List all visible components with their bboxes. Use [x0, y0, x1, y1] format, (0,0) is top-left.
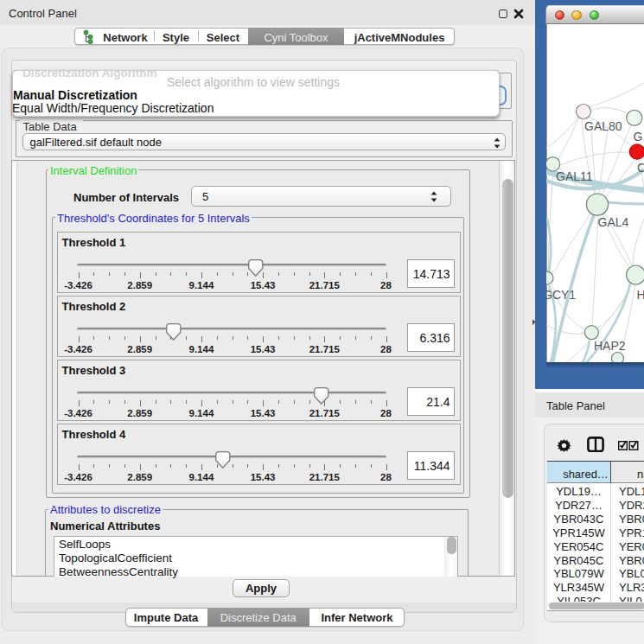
svg-text:H: H [637, 288, 644, 302]
svg-text:HAP2: HAP2 [594, 339, 626, 353]
svg-text:GAL4: GAL4 [598, 215, 629, 229]
svg-text:C: C [637, 161, 644, 175]
svg-text:GAL80: GAL80 [584, 119, 622, 133]
svg-text:G.: G. [634, 130, 644, 143]
svg-text:GAL11: GAL11 [556, 169, 593, 183]
svg-text:GCY1: GCY1 [546, 288, 576, 302]
